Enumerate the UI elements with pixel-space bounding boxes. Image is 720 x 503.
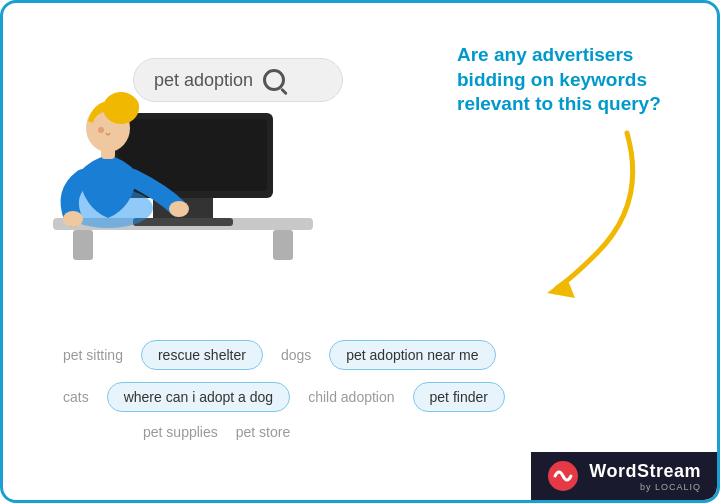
localiq-label: by LOCALIQ bbox=[640, 482, 701, 492]
search-bar[interactable]: pet adoption bbox=[133, 58, 343, 102]
footer: WordStream by LOCALIQ bbox=[531, 452, 717, 500]
wordstream-brand: WordStream by LOCALIQ bbox=[589, 461, 701, 492]
svg-rect-1 bbox=[73, 230, 93, 260]
keyword-pet-sitting: pet sitting bbox=[63, 347, 123, 363]
keyword-child-adoption: child adoption bbox=[308, 389, 394, 405]
keyword-pet-finder: pet finder bbox=[413, 382, 505, 412]
keyword-dogs: dogs bbox=[281, 347, 311, 363]
keywords-row-1: pet sitting rescue shelter dogs pet adop… bbox=[63, 340, 687, 370]
search-text: pet adoption bbox=[154, 70, 253, 91]
keywords-row-2: cats where can i adopt a dog child adopt… bbox=[63, 382, 687, 412]
wordstream-logo-icon bbox=[547, 460, 579, 492]
svg-point-9 bbox=[169, 201, 189, 217]
main-container: pet adoption Are any advertisers bidding… bbox=[0, 0, 720, 503]
keyword-where-can-i-adopt: where can i adopt a dog bbox=[107, 382, 290, 412]
keyword-cats: cats bbox=[63, 389, 89, 405]
question-text: Are any advertisers bidding on keywords … bbox=[457, 43, 677, 117]
keywords-row-3: pet supplies pet store bbox=[63, 424, 687, 440]
svg-marker-15 bbox=[547, 278, 575, 298]
keyword-pet-adoption-near-me: pet adoption near me bbox=[329, 340, 495, 370]
svg-point-8 bbox=[63, 211, 83, 227]
arrow-graphic bbox=[487, 123, 667, 303]
wordstream-name: WordStream bbox=[589, 461, 701, 482]
svg-rect-2 bbox=[273, 230, 293, 260]
keyword-rescue-shelter: rescue shelter bbox=[141, 340, 263, 370]
keyword-pet-store: pet store bbox=[236, 424, 290, 440]
search-icon bbox=[263, 69, 285, 91]
svg-rect-4 bbox=[133, 218, 233, 226]
keywords-area: pet sitting rescue shelter dogs pet adop… bbox=[63, 340, 687, 440]
svg-point-14 bbox=[98, 127, 104, 133]
keyword-pet-supplies: pet supplies bbox=[143, 424, 218, 440]
